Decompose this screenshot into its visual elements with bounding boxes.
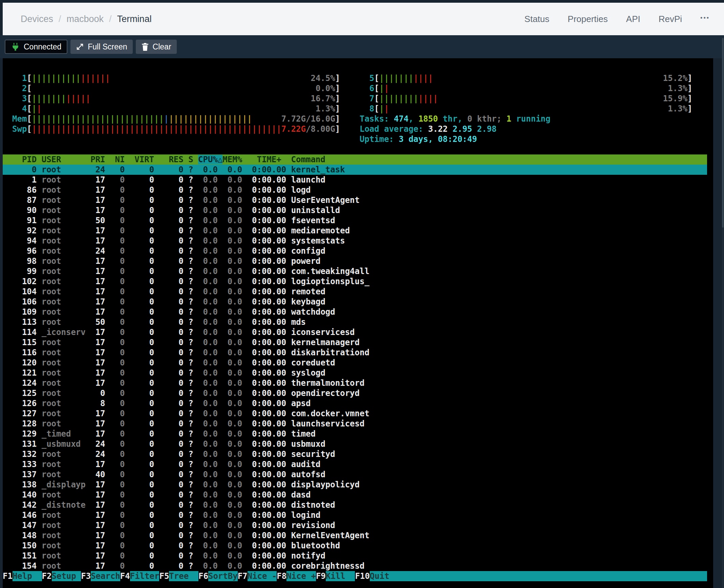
process-row[interactable]: 131 _usbmuxd 24 0 0 0 ? 0.0 0.0 0:00.00 … <box>3 439 707 449</box>
cpu-meter-row-1: 1[|||||||||||||||| 24.5%] 5[||||||||||| … <box>3 73 707 83</box>
process-row[interactable]: 96 root 24 0 0 0 ? 0.0 0.0 0:00.00 confi… <box>3 246 707 256</box>
process-row-selected[interactable]: 0 root 24 0 0 0 ? 0.0 0.0 0:00.00 kernel… <box>3 165 707 175</box>
clear-button[interactable]: Clear <box>136 40 177 54</box>
process-row[interactable]: 137 root 40 0 0 0 ? 0.0 0.0 0:00.00 auto… <box>3 469 707 480</box>
breadcrumb-separator: / <box>109 14 112 24</box>
fkey-action-F9[interactable]: Kill <box>326 571 355 581</box>
fkey-F4[interactable]: F4 <box>120 571 130 581</box>
process-row[interactable]: 124 root 17 0 0 0 ? 0.0 0.0 0:00.00 ther… <box>3 378 707 388</box>
process-row[interactable]: 133 root 17 0 0 0 ? 0.0 0.0 0:00.00 audi… <box>3 459 707 469</box>
breadcrumb-item-macbook[interactable]: macbook <box>67 14 104 24</box>
breadcrumb-separator: / <box>59 14 61 24</box>
cpu-meter-row-4: 4[|| 1.3%] 8[|| 1.3%] <box>3 104 707 114</box>
terminal-toolbar: Connected Full Screen Clear <box>0 35 724 58</box>
connected-button[interactable]: Connected <box>5 40 67 54</box>
fkey-F2[interactable]: F2 <box>42 571 52 581</box>
swap-meter-row: Swp[||||||||||||||||||||||||||||||||||||… <box>3 124 707 134</box>
process-row[interactable]: 127 root 17 0 0 0 ? 0.0 0.0 0:00.00 com.… <box>3 408 707 419</box>
process-row[interactable]: 98 root 17 0 0 0 ? 0.0 0.0 0:00.00 power… <box>3 256 707 266</box>
fkey-F7[interactable]: F7 <box>238 571 248 581</box>
process-row[interactable]: 126 root 8 0 0 0 ? 0.0 0.0 0:00.00 apsd <box>3 398 707 408</box>
sort-column-cpu[interactable]: CPU%△ <box>198 155 222 164</box>
process-row[interactable]: 106 root 17 0 0 0 ? 0.0 0.0 0:00.00 keyb… <box>3 297 707 307</box>
full-screen-button[interactable]: Full Screen <box>70 40 132 54</box>
process-row[interactable]: 113 root 50 0 0 0 ? 0.0 0.0 0:00.00 mds <box>3 317 707 327</box>
fkey-action-F5[interactable]: Tree <box>169 571 198 581</box>
fkey-action-F1[interactable]: Help <box>13 571 42 581</box>
process-row[interactable]: 116 root 17 0 0 0 ? 0.0 0.0 0:00.00 disk… <box>3 348 707 358</box>
process-row[interactable]: 142 _distnote 17 0 0 0 ? 0.0 0.0 0:00.00… <box>3 500 707 510</box>
ellipsis-icon: ••• <box>700 15 710 21</box>
process-row[interactable]: 90 root 17 0 0 0 ? 0.0 0.0 0:00.00 unins… <box>3 205 707 215</box>
process-row[interactable]: 109 root 17 0 0 0 ? 0.0 0.0 0:00.00 watc… <box>3 307 707 317</box>
expand-icon <box>76 43 84 51</box>
nav-link-revpi[interactable]: RevPi <box>659 14 682 24</box>
more-menu-button[interactable]: ••• <box>700 15 710 24</box>
nav-link-status[interactable]: Status <box>525 14 550 24</box>
fkey-F1[interactable]: F1 <box>3 571 13 581</box>
clear-label: Clear <box>153 42 171 51</box>
fkey-action-F2[interactable]: Setup <box>52 571 81 581</box>
top-links: StatusPropertiesAPIRevPi <box>525 14 682 24</box>
fkey-F5[interactable]: F5 <box>159 571 169 581</box>
fkey-action-F10[interactable]: Quit <box>370 571 399 581</box>
process-row[interactable]: 128 root 17 0 0 0 ? 0.0 0.0 0:00.00 laun… <box>3 419 707 429</box>
fkey-F6[interactable]: F6 <box>198 571 208 581</box>
top-right-nav: StatusPropertiesAPIRevPi ••• <box>525 14 710 24</box>
process-row[interactable]: 146 root 17 0 0 0 ? 0.0 0.0 0:00.00 logi… <box>3 510 707 520</box>
process-row[interactable]: 104 root 17 0 0 0 ? 0.0 0.0 0:00.00 remo… <box>3 287 707 297</box>
table-header[interactable]: PID USER PRI NI VIRT RES S CPU%△MEM% TIM… <box>3 154 707 165</box>
cpu-meter-row-3: 3[|||||||||||| 16.7%] 7[|||||||||||| 15.… <box>3 93 707 104</box>
process-row[interactable]: 132 root 24 0 0 0 ? 0.0 0.0 0:00.00 secu… <box>3 449 707 459</box>
function-key-bar: F1Help F2Setup F3SearchF4FilterF5Tree F6… <box>3 571 707 581</box>
fkey-F8[interactable]: F8 <box>277 571 286 581</box>
process-row[interactable]: 1 root 17 0 0 0 ? 0.0 0.0 0:00.00 launch… <box>3 175 707 185</box>
scrollbar-thumb[interactable] <box>722 38 724 228</box>
blank-line <box>3 144 707 154</box>
process-row[interactable]: 138 _displayp 17 0 0 0 ? 0.0 0.0 0:00.00… <box>3 480 707 490</box>
process-row[interactable]: 99 root 17 0 0 0 ? 0.0 0.0 0:00.00 com.t… <box>3 266 707 276</box>
process-row[interactable]: 115 root 17 0 0 0 ? 0.0 0.0 0:00.00 kern… <box>3 337 707 348</box>
uptime-row: Uptime: 3 days, 08:20:49 <box>3 134 707 144</box>
fkey-F3[interactable]: F3 <box>81 571 91 581</box>
terminal[interactable]: 1[|||||||||||||||| 24.5%] 5[||||||||||| … <box>3 58 713 588</box>
cpu-meter-row-2: 2[ 0.0%] 6[|| 1.3%] <box>3 83 707 93</box>
fkey-action-F3[interactable]: Search <box>91 571 120 581</box>
process-row[interactable]: 154 root 17 0 0 0 ? 0.0 0.0 0:00.00 core… <box>3 561 707 571</box>
fkey-action-F4[interactable]: Filter <box>130 571 159 581</box>
process-row[interactable]: 120 root 17 0 0 0 ? 0.0 0.0 0:00.00 core… <box>3 358 707 368</box>
process-row[interactable]: 129 _timed 17 0 0 0 ? 0.0 0.0 0:00.00 ti… <box>3 429 707 439</box>
process-row[interactable]: 140 root 17 0 0 0 ? 0.0 0.0 0:00.00 dasd <box>3 490 707 500</box>
app-header: Devices/macbook/Terminal StatusPropertie… <box>3 3 724 35</box>
process-row[interactable]: 125 root 0 0 0 0 ? 0.0 0.0 0:00.00 opend… <box>3 388 707 398</box>
fkey-F10[interactable]: F10 <box>355 571 369 581</box>
process-row[interactable]: 121 root 17 0 0 0 ? 0.0 0.0 0:00.00 sysl… <box>3 368 707 378</box>
process-row[interactable]: 151 root 17 0 0 0 ? 0.0 0.0 0:00.00 noti… <box>3 551 707 561</box>
breadcrumb-item-devices[interactable]: Devices <box>21 14 53 24</box>
fkey-action-F8[interactable]: Nice + <box>286 571 316 581</box>
process-row[interactable]: 87 root 17 0 0 0 ? 0.0 0.0 0:00.00 UserE… <box>3 195 707 205</box>
process-row[interactable]: 86 root 17 0 0 0 ? 0.0 0.0 0:00.00 logd <box>3 185 707 195</box>
nav-link-properties[interactable]: Properties <box>568 14 608 24</box>
breadcrumb: Devices/macbook/Terminal <box>21 14 152 24</box>
process-row[interactable]: 114 _iconserv 17 0 0 0 ? 0.0 0.0 0:00.00… <box>3 327 707 337</box>
fkey-action-F7[interactable]: Nice - <box>248 571 277 581</box>
full-screen-label: Full Screen <box>88 42 127 51</box>
nav-link-api[interactable]: API <box>626 14 640 24</box>
fkey-action-F6[interactable]: SortBy <box>208 571 238 581</box>
process-row[interactable]: 94 root 17 0 0 0 ? 0.0 0.0 0:00.00 syste… <box>3 236 707 246</box>
memory-meter-row: Mem[||||||||||||||||||||||||||||||||||||… <box>3 114 707 124</box>
connected-label: Connected <box>24 42 61 51</box>
fkey-bar-fill <box>399 571 707 581</box>
fkey-F9[interactable]: F9 <box>316 571 326 581</box>
process-row[interactable]: 147 root 17 0 0 0 ? 0.0 0.0 0:00.00 revi… <box>3 520 707 530</box>
process-row[interactable]: 148 root 17 0 0 0 ? 0.0 0.0 0:00.00 Kern… <box>3 530 707 541</box>
process-row[interactable]: 92 root 17 0 0 0 ? 0.0 0.0 0:00.00 media… <box>3 226 707 236</box>
breadcrumb-item-terminal: Terminal <box>117 14 152 24</box>
process-row[interactable]: 150 root 17 0 0 0 ? 0.0 0.0 0:00.00 blue… <box>3 541 707 551</box>
plug-icon <box>11 42 20 51</box>
process-row[interactable]: 91 root 50 0 0 0 ? 0.0 0.0 0:00.00 fseve… <box>3 215 707 226</box>
process-row[interactable]: 102 root 17 0 0 0 ? 0.0 0.0 0:00.00 logi… <box>3 276 707 287</box>
trash-icon <box>141 43 149 51</box>
